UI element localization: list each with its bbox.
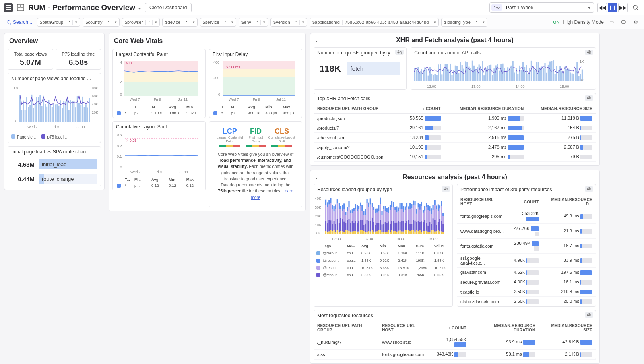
svg-rect-17 (26, 97, 27, 122)
time-next-button[interactable]: ▶▶ (618, 3, 628, 12)
table-row[interactable]: /cssfonts.googleapis.com 348.48K 50.1 ms… (314, 350, 596, 359)
filter-chip[interactable]: $country*▾ (83, 18, 119, 27)
xhr-requests-by-type-card[interactable]: Number of requests grouped by ty...4h 11… (314, 47, 407, 90)
time-pause-button[interactable]: ❚❚ (608, 3, 617, 12)
table-row[interactable]: gravatar.com 4.62K 197.6 ms (457, 267, 596, 277)
svg-rect-419 (416, 222, 417, 230)
svg-rect-60 (124, 82, 198, 96)
kpi-p75-loading-time[interactable]: P75 loading time 6.58s (56, 49, 101, 70)
svg-rect-22 (35, 104, 36, 122)
svg-rect-363 (393, 221, 394, 232)
svg-rect-342 (385, 232, 386, 234)
density-toggle[interactable]: ON High Density Mode ▭ 🖵 ⚙ (553, 18, 640, 27)
svg-rect-132 (490, 65, 491, 81)
svg-text:4: 4 (120, 60, 122, 64)
table-row[interactable]: /checkout.json 13,234 2,515 ms 275 B (314, 133, 596, 143)
svg-rect-95 (428, 76, 429, 81)
svg-rect-222 (335, 232, 336, 234)
svg-rect-207 (328, 220, 330, 231)
table-row[interactable]: /customers/QQQQQDDOGQ.json 10,151 295 ms… (314, 152, 596, 162)
svg-rect-343 (385, 222, 386, 232)
table-row[interactable]: /_nuxt/img/?www.shopist.io 1,054.55K 93.… (314, 335, 596, 350)
svg-rect-446 (427, 232, 429, 234)
initial-vs-spa-card[interactable]: Initial page load vs SPA route chan... 4… (8, 146, 101, 186)
cls-chart-card[interactable]: Cumulative Layout Shift > 0.25 0.30.20.1… (112, 121, 206, 190)
time-range-selector[interactable]: 1w Past 1 Week ▾ (489, 2, 594, 13)
svg-rect-286 (361, 230, 363, 234)
most-requested-table[interactable]: RESOURCE URL PATH GROUP RESOURCE URL HOS… (314, 321, 596, 359)
api-calls-chart-card[interactable]: Count and duration of API calls4h 1K 0K … (411, 47, 596, 90)
table-row[interactable]: fonts.gstatic.com 200.49K 18.7 ms (457, 238, 596, 253)
tv-icon[interactable]: ▭ (607, 18, 616, 27)
pageviews-chart-card[interactable]: Number of page views and loading ... 10 … (8, 73, 101, 143)
filter-chip[interactable]: $version*▾ (270, 18, 307, 27)
third-party-table[interactable]: RESOURCE URL HOST ↓ COUNT MEDIAN:RESOURC… (457, 195, 596, 306)
time-prev-button[interactable]: ◀◀ (597, 3, 607, 12)
svg-text:13:00: 13:00 (471, 85, 481, 89)
filter-chip[interactable]: $applicationId75d50c62-8b66-403c-a453-aa… (310, 18, 439, 27)
svg-rect-285 (360, 203, 361, 206)
svg-rect-102 (440, 64, 441, 81)
svg-rect-368 (394, 210, 396, 223)
resources-by-type-card[interactable]: Resources loaded grouped by type4h 40K30… (314, 184, 453, 307)
svg-text:1K: 1K (580, 60, 584, 64)
table-row[interactable]: fonts.googleapis.com 353.32K 49.9 ms (457, 209, 596, 223)
svg-rect-130 (487, 66, 488, 81)
svg-rect-69 (223, 69, 295, 77)
table-row[interactable]: static zdassets com 2 50K 20.0 ms (457, 297, 596, 306)
svg-rect-472 (438, 211, 439, 223)
svg-rect-98 (433, 75, 434, 81)
table-row[interactable]: secure.gravatar.com 4.00K 16.1 ms (457, 277, 596, 287)
svg-rect-319 (375, 225, 376, 232)
filter-chip[interactable]: $service*▾ (200, 18, 236, 27)
lcp-chart-card[interactable]: Largest Contentful Paint > 4s 420 Wed 7F… (112, 49, 206, 118)
filter-chip[interactable]: $loadingType*▾ (441, 18, 487, 27)
table-row[interactable]: t.castle.io 2.50K 219.8 ms (457, 287, 596, 297)
svg-rect-332 (380, 204, 381, 220)
table-row[interactable]: /apply_coupon/? 10,190 2,478 ms 2,607 B (314, 143, 596, 152)
search-icon[interactable] (631, 3, 640, 12)
svg-rect-299 (367, 220, 368, 232)
svg-rect-469 (436, 206, 437, 209)
search-input[interactable]: Search... (4, 18, 35, 27)
filter-chip[interactable]: $device*▾ (162, 18, 197, 27)
svg-text:Jul 11: Jul 11 (178, 97, 188, 101)
svg-rect-307 (370, 221, 371, 232)
svg-rect-19 (29, 105, 31, 122)
filter-chip[interactable]: $pathGroup*▾ (37, 18, 80, 27)
table-row[interactable]: ssl.google-analytics.c... 4.96K 33.9 ms (457, 253, 596, 267)
kpi-total-page-views[interactable]: Total page views 5.07M (8, 49, 53, 70)
collapse-icon[interactable]: ⌄ (314, 37, 318, 43)
svg-rect-28 (45, 104, 46, 122)
svg-rect-311 (372, 218, 373, 230)
collapse-icon[interactable]: ⌄ (314, 174, 318, 180)
table-row[interactable]: /products.json 53,565 1,909 ms 11,018 B (314, 114, 596, 123)
third-party-table-card[interactable]: Performance impact of 3rd party resource… (457, 184, 596, 307)
fid-chart-card[interactable]: First Input Delay > 300ms 4002000 Wed 7F… (209, 49, 302, 118)
chevron-down-icon[interactable]: ⌄ (138, 5, 142, 10)
svg-rect-467 (436, 225, 437, 231)
menu-icon[interactable] (4, 3, 13, 12)
svg-rect-394 (406, 230, 407, 234)
top-xhr-table[interactable]: RESOURCE URL PATH GROUP ↓ COUNT MEDIAN:R… (314, 104, 596, 162)
svg-rect-41 (67, 99, 68, 122)
svg-rect-478 (441, 232, 442, 234)
core-web-vitals-panel: Core Web Vitals Largest Contentful Paint… (109, 33, 306, 211)
gear-icon[interactable]: ⚙ (631, 18, 640, 27)
svg-rect-32 (52, 107, 53, 122)
table-row[interactable]: www.datadoghq-bro... 227.76K 21.9 ms (457, 223, 596, 238)
svg-rect-110 (453, 70, 454, 81)
monitor-icon[interactable]: 🖵 (619, 18, 628, 27)
svg-rect-379 (400, 222, 401, 231)
toplist-row[interactable]: 4.63Minitial_load (8, 157, 101, 172)
top-bar: RUM - Performance Overview ⌄ Clone Dashb… (0, 0, 644, 15)
filter-chip[interactable]: $env*▾ (239, 18, 268, 27)
svg-rect-142 (507, 67, 508, 81)
toplist-row[interactable]: 0.44Mroute_change (8, 172, 101, 186)
filter-chip[interactable]: $browser*▾ (122, 18, 160, 27)
svg-rect-123 (475, 69, 477, 81)
clone-dashboard-button[interactable]: Clone Dashboard (145, 3, 191, 12)
svg-rect-254 (348, 231, 349, 234)
table-row[interactable]: /products/? 29,161 2,167 ms 154 B (314, 123, 596, 133)
svg-rect-221 (334, 206, 335, 212)
